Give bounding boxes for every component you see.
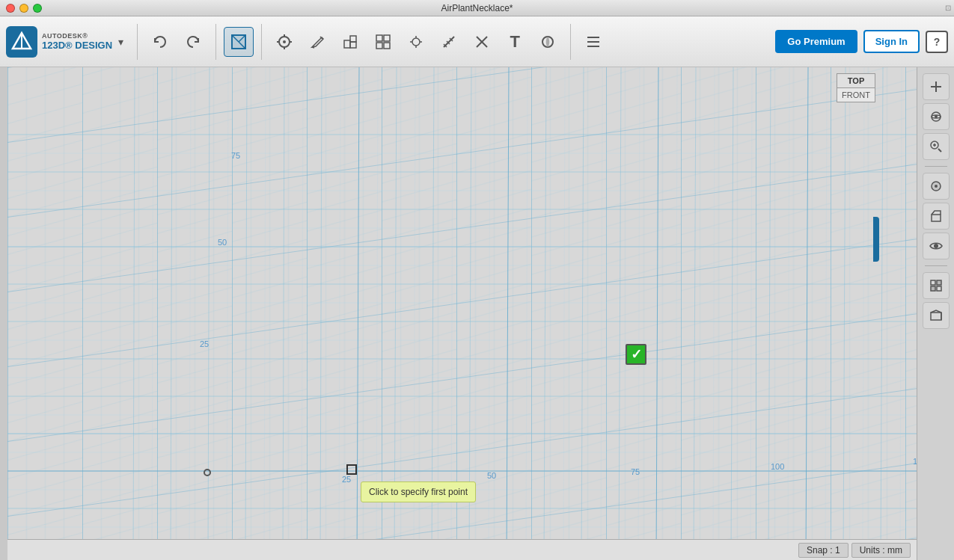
toolbar-sep-3 bbox=[261, 24, 262, 60]
svg-rect-17 bbox=[376, 35, 382, 41]
right-sidebar bbox=[917, 67, 954, 560]
logo-dropdown[interactable]: ▾ bbox=[118, 36, 123, 48]
layers-button[interactable] bbox=[578, 27, 608, 57]
window-title: AirPlantNecklace* bbox=[441, 3, 513, 13]
redo-button[interactable] bbox=[178, 27, 208, 57]
svg-rect-19 bbox=[376, 43, 382, 49]
logo-text: AUTODESK® 123D® DESIGN bbox=[42, 32, 112, 52]
perspective-button[interactable] bbox=[923, 203, 950, 230]
grid-label-75-y: 75 bbox=[231, 151, 240, 160]
svg-line-107 bbox=[938, 149, 941, 152]
svg-rect-116 bbox=[937, 280, 941, 285]
sidebar-sep-2 bbox=[925, 265, 947, 266]
look-at-button[interactable] bbox=[923, 173, 950, 200]
premium-button[interactable]: Go Premium bbox=[775, 30, 857, 53]
toolbar-sep-4 bbox=[570, 24, 571, 60]
svg-rect-15 bbox=[350, 36, 356, 42]
view-front[interactable]: FRONT bbox=[837, 88, 875, 102]
text-button[interactable]: T bbox=[500, 27, 530, 57]
construct-button[interactable] bbox=[335, 27, 365, 57]
svg-rect-112 bbox=[932, 215, 941, 221]
view-cube[interactable]: TOP FRONT bbox=[837, 73, 875, 102]
pattern-button[interactable] bbox=[401, 27, 431, 57]
resize-handle: ⊡ bbox=[945, 4, 951, 12]
view-mode-button[interactable] bbox=[923, 233, 950, 259]
svg-rect-16 bbox=[350, 42, 356, 48]
svg-rect-18 bbox=[384, 35, 390, 41]
svg-line-13 bbox=[312, 47, 314, 48]
right-panel-tab[interactable] bbox=[873, 217, 879, 262]
svg-rect-115 bbox=[931, 280, 935, 285]
modify-button[interactable] bbox=[368, 27, 398, 57]
tooltip: Click to specify first point bbox=[361, 481, 476, 502]
dot-cursor bbox=[204, 469, 211, 476]
cursor-crosshair bbox=[346, 464, 357, 475]
window-controls[interactable] bbox=[6, 4, 42, 13]
svg-rect-20 bbox=[384, 43, 390, 49]
units-status[interactable]: Units : mm bbox=[851, 543, 911, 558]
toolbar-sep-2 bbox=[215, 24, 216, 60]
zoom-button[interactable] bbox=[923, 133, 950, 160]
logo-area: AUTODESK® 123D® DESIGN ▾ bbox=[6, 26, 123, 58]
grid-label-25-x: 25 bbox=[342, 475, 351, 484]
measure-button[interactable] bbox=[434, 27, 464, 57]
minimize-button[interactable] bbox=[19, 4, 28, 13]
help-button[interactable]: ? bbox=[926, 31, 948, 53]
title-bar: AirPlantNecklace* ⊡ bbox=[0, 0, 954, 16]
status-bar: Snap : 1 Units : mm bbox=[7, 539, 917, 560]
svg-point-105 bbox=[935, 115, 938, 118]
material-view-button[interactable] bbox=[923, 302, 950, 329]
maximize-button[interactable] bbox=[33, 4, 42, 13]
material-button[interactable] bbox=[533, 27, 563, 57]
svg-rect-119 bbox=[931, 313, 941, 320]
snap-button[interactable] bbox=[467, 27, 497, 57]
left-panel bbox=[0, 67, 7, 560]
svg-rect-118 bbox=[937, 286, 941, 291]
logo-icon bbox=[6, 26, 37, 58]
canvas[interactable]: 75 50 25 25 50 75 100 125 ✓ Click to spe… bbox=[7, 67, 917, 560]
svg-point-21 bbox=[412, 38, 420, 46]
svg-rect-14 bbox=[344, 40, 350, 48]
svg-point-7 bbox=[283, 40, 286, 43]
toolbar-sep-1 bbox=[137, 24, 138, 60]
svg-point-114 bbox=[934, 244, 938, 248]
grid-label-50-x: 50 bbox=[487, 471, 496, 480]
view-top[interactable]: TOP bbox=[837, 73, 875, 88]
grid-label-25-y: 25 bbox=[200, 339, 209, 348]
orbit-button[interactable] bbox=[923, 103, 950, 130]
svg-point-111 bbox=[935, 185, 938, 188]
main-area: 75 50 25 25 50 75 100 125 ✓ Click to spe… bbox=[0, 67, 954, 560]
sidebar-sep-1 bbox=[925, 166, 947, 167]
grid-label-100-x: 100 bbox=[771, 462, 784, 471]
sketch-button[interactable] bbox=[302, 27, 332, 57]
zoom-fit-button[interactable] bbox=[923, 73, 950, 100]
svg-rect-117 bbox=[931, 286, 935, 291]
grid-label-50-y: 50 bbox=[218, 238, 227, 247]
primitives-button[interactable] bbox=[224, 27, 254, 57]
transform-button[interactable] bbox=[269, 27, 299, 57]
close-button[interactable] bbox=[6, 4, 15, 13]
confirm-button[interactable]: ✓ bbox=[626, 344, 646, 365]
snap-status: Snap : 1 bbox=[798, 543, 848, 558]
toolbar-right: Go Premium Sign In ? bbox=[775, 30, 948, 53]
display-mode-button[interactable] bbox=[923, 272, 950, 299]
toolbar: AUTODESK® 123D® DESIGN ▾ bbox=[0, 16, 954, 67]
grid-label-75-x: 75 bbox=[631, 467, 640, 476]
signin-button[interactable]: Sign In bbox=[863, 30, 920, 53]
undo-button[interactable] bbox=[145, 27, 175, 57]
